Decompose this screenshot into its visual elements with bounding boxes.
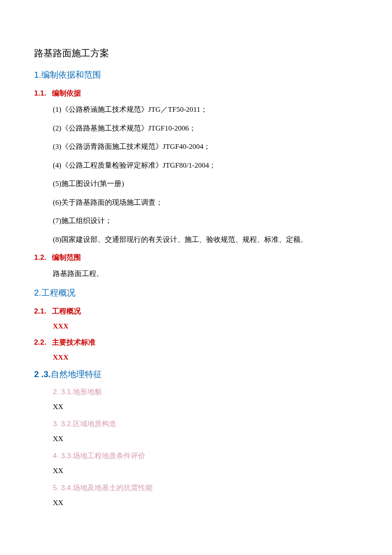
s234-heading: 5. 3.4.场地及地基土的抗震性能 [34, 483, 358, 493]
s11-item: (2)《公路路基施工技术规范》JTGF10-2006； [34, 123, 358, 134]
s11-label: 编制依据 [52, 89, 81, 97]
s232-body: XX [34, 435, 358, 443]
s231-listnum: 2. [53, 388, 59, 396]
s11-item: (7)施工组织设计； [34, 215, 358, 227]
s232-heading: 3. 3.2.区域地质构造 [34, 419, 358, 429]
s11-item: (1)《公路桥涵施工技术规范》JTG／TF50-2011； [34, 104, 358, 115]
s234-code: 3.4. [61, 484, 73, 492]
s11-num: 1.1. [34, 89, 52, 98]
s232-label: 区域地质构造 [73, 420, 116, 428]
s231-code: 3.1. [61, 388, 73, 396]
s233-body: XX [34, 467, 358, 475]
s23-num-right: .3. [41, 369, 51, 379]
s12-body: 路基路面工程。 [34, 268, 358, 279]
s21-num: 2.1. [34, 307, 52, 316]
s231-label: 地形地貌 [73, 388, 102, 396]
s21-heading: 2.1.工程概况 [34, 306, 358, 316]
s233-listnum: 4. [53, 452, 59, 460]
s11-item: (8)国家建设部、交通部现行的有关设计、施工、验收规范、规程、标准、定额。 [34, 234, 358, 245]
s231-body: XX [34, 403, 358, 411]
s11-heading: 1.1.编制依据 [34, 88, 358, 98]
s232-listnum: 3. [53, 420, 59, 428]
s233-code: 3.3. [61, 452, 73, 460]
s12-num: 1.2. [34, 253, 52, 262]
s11-item: (6)关于路基路面的现场施工调查； [34, 197, 358, 208]
s23-num-left: 2 [34, 369, 39, 379]
s232-code: 3.2. [61, 420, 73, 428]
s2-heading: 2.工程概况 [34, 287, 358, 299]
s11-item: (5)施工图设计(第一册) [34, 178, 358, 189]
s233-label: 场地工程地质条件评价 [73, 452, 145, 460]
s23-label: 自然地理特征 [51, 369, 102, 379]
s11-item: (4)《公路工程质量检验评定标准》JTGF80/1-2004； [34, 160, 358, 171]
s22-label: 主要技术标准 [52, 338, 95, 346]
s233-heading: 4. 3.3.场地工程地质条件评价 [34, 451, 358, 461]
s234-body: XX [34, 499, 358, 507]
s22-body: XXX [34, 353, 358, 362]
s21-body: XXX [34, 322, 358, 331]
s12-heading: 1.2.编制范围 [34, 253, 358, 262]
s22-num: 2.2. [34, 338, 52, 347]
s22-heading: 2.2.主要技术标准 [34, 337, 358, 347]
s23-heading: 2 .3.自然地理特征 [34, 369, 358, 380]
page-title: 路基路面施工方案 [34, 47, 358, 60]
s234-listnum: 5. [53, 484, 59, 492]
s231-heading: 2. 3.1.地形地貌 [34, 387, 358, 397]
s1-heading: 1.编制依据和范围 [34, 69, 358, 81]
s11-item: (3)《公路沥青路面施工技术规范》JTGF40-2004； [34, 141, 358, 152]
s234-label: 场地及地基土的抗震性能 [73, 484, 153, 492]
s21-label: 工程概况 [52, 307, 81, 315]
s12-label: 编制范围 [52, 253, 81, 262]
